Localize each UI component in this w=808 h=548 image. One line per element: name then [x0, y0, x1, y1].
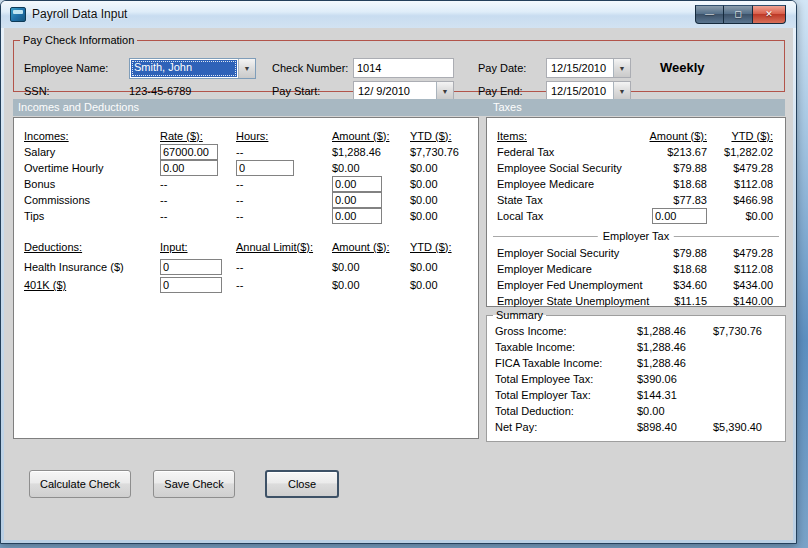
row-label: Taxable Income: — [495, 341, 637, 353]
health-insurance-input[interactable] — [160, 259, 222, 275]
health-ytd: $0.00 — [410, 261, 478, 273]
pay-start-picker[interactable]: 12/ 9/2010 ▼ — [353, 81, 454, 101]
row-label: Total Deduction: — [495, 405, 637, 417]
employee-name-label: Employee Name: — [24, 62, 108, 74]
row-label: FICA Taxable Income: — [495, 357, 637, 369]
overtime-amount: $0.00 — [332, 162, 410, 174]
employer-tax-separator: Employer Tax — [493, 230, 779, 243]
commissions-amount-input[interactable] — [332, 192, 382, 208]
payroll-window: Payroll Data Input — ◻ ✕ Pay Check Infor… — [0, 0, 797, 544]
summary-group: Summary Gross Income: $1,288.46 $7,730.7… — [486, 309, 786, 442]
incomes-deductions-section-label: Incomes and Deductions — [18, 99, 139, 116]
commissions-rate: -- — [160, 194, 236, 206]
row-amount: $18.68 — [643, 263, 707, 275]
401k-limit: -- — [236, 279, 332, 291]
hours-col-header: Hours: — [236, 130, 332, 142]
row-ytd: $5,390.40 — [713, 421, 785, 433]
app-icon — [10, 7, 26, 22]
maximize-icon: ◻ — [734, 10, 741, 19]
chevron-down-icon[interactable]: ▼ — [613, 59, 630, 77]
ssn-label: SSN: — [24, 85, 50, 97]
row-label: Employee Social Security — [497, 162, 643, 174]
pay-frequency-label: Weekly — [660, 60, 705, 75]
tax-row-local: Local Tax $0.00 — [487, 208, 785, 224]
chevron-down-icon[interactable]: ▼ — [613, 82, 630, 100]
check-number-input[interactable] — [353, 58, 454, 78]
bonus-amount-input[interactable] — [332, 176, 382, 192]
summary-row-net-pay: Net Pay: $898.40 $5,390.40 — [487, 419, 785, 435]
row-label: Local Tax — [497, 210, 643, 222]
row-label: Total Employer Tax: — [495, 389, 637, 401]
row-ytd: $7,730.76 — [713, 325, 785, 337]
local-tax-input[interactable] — [652, 208, 707, 224]
incomes-header-row: Incomes: Rate ($): Hours: Amount ($): YT… — [14, 127, 478, 144]
401k-amount: $0.00 — [332, 279, 410, 291]
row-amount: $213.67 — [643, 146, 707, 158]
row-label: Overtime Hourly — [24, 162, 160, 174]
calculate-check-button[interactable]: Calculate Check — [29, 470, 131, 498]
input-col-header: Input: — [160, 241, 236, 253]
close-icon: ✕ — [765, 10, 773, 19]
salary-rate-input[interactable] — [160, 144, 218, 160]
row-label: State Tax — [497, 194, 643, 206]
commissions-hours: -- — [236, 194, 332, 206]
row-amount: $1,288.46 — [637, 357, 713, 369]
employee-name-combobox[interactable]: Smith, John ▼ — [129, 58, 256, 79]
row-ytd: $140.00 — [707, 295, 773, 307]
summary-row: Total Deduction: $0.00 — [487, 403, 785, 419]
tips-ytd: $0.00 — [410, 210, 478, 222]
taxes-section-label: Taxes — [493, 99, 522, 116]
salary-amount: $1,288.46 — [332, 146, 410, 158]
check-number-label: Check Number: — [272, 62, 348, 74]
tax-row: Employee Medicare $18.68 $112.08 — [487, 176, 785, 192]
row-ytd: $479.28 — [707, 247, 773, 259]
taxes-panel: Items: Amount ($): YTD ($): Federal Tax … — [486, 117, 786, 307]
chevron-down-icon[interactable]: ▼ — [436, 82, 453, 100]
commissions-ytd: $0.00 — [410, 194, 478, 206]
summary-row: FICA Taxable Income: $1,288.46 — [487, 355, 785, 371]
row-ytd: $0.00 — [707, 210, 773, 222]
incomes-deductions-panel: Incomes: Rate ($): Hours: Amount ($): YT… — [13, 117, 479, 439]
titlebar[interactable]: Payroll Data Input — ◻ ✕ — [1, 1, 796, 28]
maximize-button[interactable]: ◻ — [724, 5, 753, 24]
row-label: Health Insurance ($) — [24, 261, 160, 273]
tips-hours: -- — [236, 210, 332, 222]
401k-input[interactable] — [160, 277, 222, 293]
row-ytd: $112.08 — [707, 263, 773, 275]
row-label: Tips — [24, 210, 160, 222]
salary-hours: -- — [236, 146, 332, 158]
close-button[interactable]: Close — [265, 470, 339, 498]
close-window-button[interactable]: ✕ — [753, 5, 786, 24]
overtime-ytd: $0.00 — [410, 162, 478, 174]
employee-name-selected: Smith, John — [131, 60, 237, 77]
row-amount: $77.83 — [643, 194, 707, 206]
overtime-hours-input[interactable] — [236, 160, 294, 176]
income-row-commissions: Commissions -- -- $0.00 — [14, 192, 478, 208]
summary-row: Taxable Income: $1,288.46 — [487, 339, 785, 355]
tips-amount-input[interactable] — [332, 208, 382, 224]
bonus-rate: -- — [160, 178, 236, 190]
minimize-button[interactable]: — — [695, 5, 724, 24]
income-row-bonus: Bonus -- -- $0.00 — [14, 176, 478, 192]
amount-col-header: Amount ($): — [332, 241, 410, 253]
row-label: Bonus — [24, 178, 160, 190]
row-label: Total Employee Tax: — [495, 373, 637, 385]
annual-limit-col-header: Annual Limit($): — [236, 241, 332, 253]
overtime-rate-input[interactable] — [160, 160, 218, 176]
row-label: Employer Social Security — [497, 247, 643, 259]
salary-ytd: $7,730.76 — [410, 146, 478, 158]
pay-end-picker[interactable]: 12/15/2010 ▼ — [546, 81, 631, 101]
row-amount: $1,288.46 — [637, 325, 713, 337]
deduction-row-health-insurance: Health Insurance ($) -- $0.00 $0.00 — [14, 258, 478, 276]
chevron-down-icon[interactable]: ▼ — [238, 59, 255, 78]
income-row-tips: Tips -- -- $0.00 — [14, 208, 478, 224]
ytd-col-header: YTD ($): — [707, 130, 773, 142]
save-check-button[interactable]: Save Check — [153, 470, 235, 498]
summary-row: Total Employee Tax: $390.06 — [487, 371, 785, 387]
row-amount: $34.60 — [643, 279, 707, 291]
pay-date-picker[interactable]: 12/15/2010 ▼ — [546, 58, 631, 78]
paycheck-info-group: Pay Check Information Employee Name: Smi… — [13, 34, 785, 92]
deductions-col-header: Deductions: — [24, 241, 160, 253]
taxes-header-row: Items: Amount ($): YTD ($): — [487, 127, 785, 144]
401k-link[interactable]: 401K ($) — [24, 279, 160, 291]
